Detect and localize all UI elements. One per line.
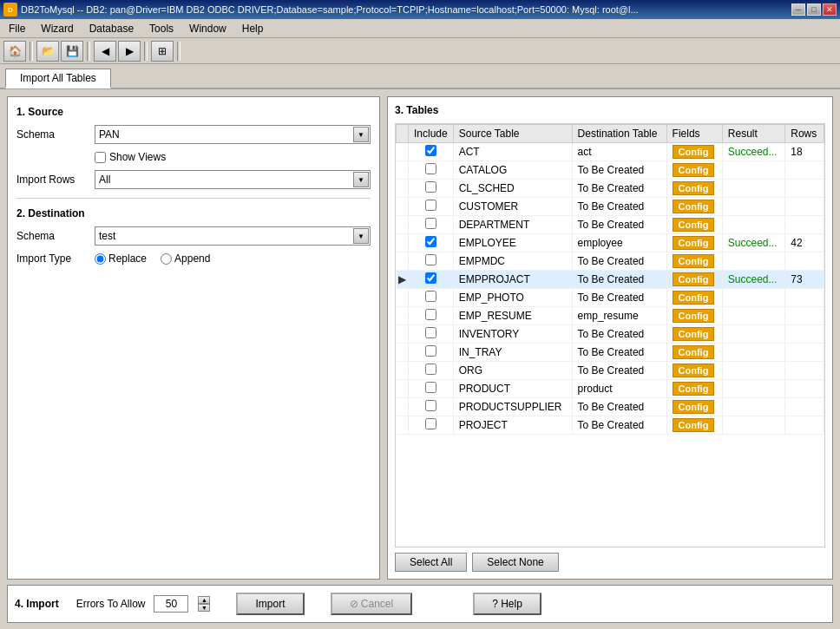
errors-spin-up[interactable]: ▲ [198,596,210,604]
toolbar-home-button[interactable]: 🏠 [3,41,26,62]
row-include-checkbox[interactable] [425,400,436,411]
config-button[interactable]: Config [673,236,715,250]
errors-input[interactable] [154,595,188,613]
row-fields-cell: Config [666,380,722,398]
errors-spin-down[interactable]: ▼ [198,604,210,612]
import-section-title: 4. Import [15,598,59,610]
row-count [785,398,824,416]
table-row[interactable]: ORGTo Be CreatedConfig [397,362,824,380]
row-include-checkbox[interactable] [425,327,436,338]
row-include-checkbox[interactable] [425,382,436,393]
menu-file[interactable]: File [2,21,32,36]
config-button[interactable]: Config [673,400,715,414]
config-button[interactable]: Config [673,181,715,195]
row-dest-table: To Be Created [572,271,666,289]
cancel-button[interactable]: ⊘ Cancel [331,593,413,615]
select-none-button[interactable]: Select None [472,553,558,572]
bottom-section: 4. Import Errors To Allow ▲ ▼ Import ⊘ C… [7,585,833,623]
import-rows-select[interactable]: All Custom [95,170,371,189]
row-include-checkbox[interactable] [425,163,436,174]
maximize-button[interactable]: □ [807,3,821,16]
config-button[interactable]: Config [673,163,715,177]
replace-radio[interactable] [95,253,106,265]
select-all-button[interactable]: Select All [395,553,467,572]
row-include-checkbox[interactable] [425,218,436,229]
config-button[interactable]: Config [673,327,715,341]
row-include-checkbox[interactable] [425,364,436,375]
toolbar-open-button[interactable]: 📂 [36,41,59,62]
table-row[interactable]: CL_SCHEDTo Be CreatedConfig [397,180,824,198]
toolbar-save-button[interactable]: 💾 [61,41,83,62]
table-row[interactable]: EMP_RESUMEemp_resumeConfig [397,307,824,325]
row-include-checkbox[interactable] [425,145,436,156]
show-views-label: Show Views [109,151,166,163]
table-row[interactable]: CATALOGTo Be CreatedConfig [397,161,824,180]
table-row[interactable]: DEPARTMENTTo Be CreatedConfig [397,216,824,234]
replace-label: Replace [108,252,147,265]
menu-window[interactable]: Window [182,21,233,36]
config-button[interactable]: Config [673,145,715,159]
table-row[interactable]: ACTactConfigSucceed...18 [397,143,824,161]
source-schema-select[interactable]: PAN [95,125,371,144]
import-type-radio-group: Replace Append [95,252,210,265]
row-checkbox-cell [409,380,454,398]
row-include-checkbox[interactable] [425,345,436,357]
col-rows: Rows [785,125,824,143]
row-include-checkbox[interactable] [425,200,436,211]
config-button[interactable]: Config [673,291,715,305]
table-row[interactable]: ▶EMPPROJACTTo Be CreatedConfigSucceed...… [397,271,824,289]
menu-wizard[interactable]: Wizard [34,21,80,36]
table-row[interactable]: CUSTOMERTo Be CreatedConfig [397,198,824,216]
config-button[interactable]: Config [673,309,715,323]
close-button[interactable]: ✕ [823,3,837,16]
table-row[interactable]: EMPLOYEEemployeeConfigSucceed...42 [397,234,824,252]
menu-tools[interactable]: Tools [142,21,180,36]
config-button[interactable]: Config [673,418,715,432]
config-button[interactable]: Config [673,364,715,377]
row-fields-cell: Config [666,362,722,380]
table-row[interactable]: IN_TRAYTo Be CreatedConfig [397,344,824,362]
config-button[interactable]: Config [673,254,715,268]
append-radio[interactable] [161,253,172,265]
row-fields-cell: Config [666,143,722,161]
config-button[interactable]: Config [673,218,715,232]
toolbar-forward-button[interactable]: ▶ [118,41,141,62]
row-checkbox-cell [409,398,454,416]
row-source-table: INVENTORY [453,325,572,344]
row-count: 18 [785,143,824,161]
import-button[interactable]: Import [236,593,304,615]
row-arrow [397,216,409,234]
config-button[interactable]: Config [673,345,715,359]
table-row[interactable]: PROJECTTo Be CreatedConfig [397,416,824,435]
show-views-checkbox[interactable] [95,152,106,163]
toolbar-back-button[interactable]: ◀ [94,41,116,62]
menu-database[interactable]: Database [82,21,141,36]
row-result [722,307,784,325]
dest-schema-select[interactable]: test [95,226,371,246]
minimize-button[interactable]: ─ [791,3,805,16]
row-include-checkbox[interactable] [425,236,436,247]
table-row[interactable]: PRODUCTproductConfig [397,380,824,398]
row-include-checkbox[interactable] [425,418,436,429]
row-count [785,289,824,307]
tables-container[interactable]: Include Source Table Destination Table F… [395,123,825,547]
menu-help[interactable]: Help [235,21,271,36]
table-row[interactable]: INVENTORYTo Be CreatedConfig [397,325,824,344]
row-include-checkbox[interactable] [425,254,436,265]
tables-section-title: 3. Tables [395,104,825,116]
row-include-checkbox[interactable] [425,181,436,193]
config-button[interactable]: Config [673,272,715,286]
config-button[interactable]: Config [673,382,715,396]
help-button[interactable]: ? Help [473,593,541,615]
row-include-checkbox[interactable] [425,272,436,284]
toolbar-grid-button[interactable]: ⊞ [151,41,174,62]
row-count [785,252,824,271]
table-row[interactable]: PRODUCTSUPPLIERTo Be CreatedConfig [397,398,824,416]
config-button[interactable]: Config [673,200,715,213]
table-row[interactable]: EMPMDCTo Be CreatedConfig [397,252,824,271]
row-include-checkbox[interactable] [425,291,436,302]
row-source-table: ACT [453,143,572,161]
tab-import-all-tables[interactable]: Import All Tables [5,69,111,88]
row-include-checkbox[interactable] [425,309,436,320]
table-row[interactable]: EMP_PHOTOTo Be CreatedConfig [397,289,824,307]
